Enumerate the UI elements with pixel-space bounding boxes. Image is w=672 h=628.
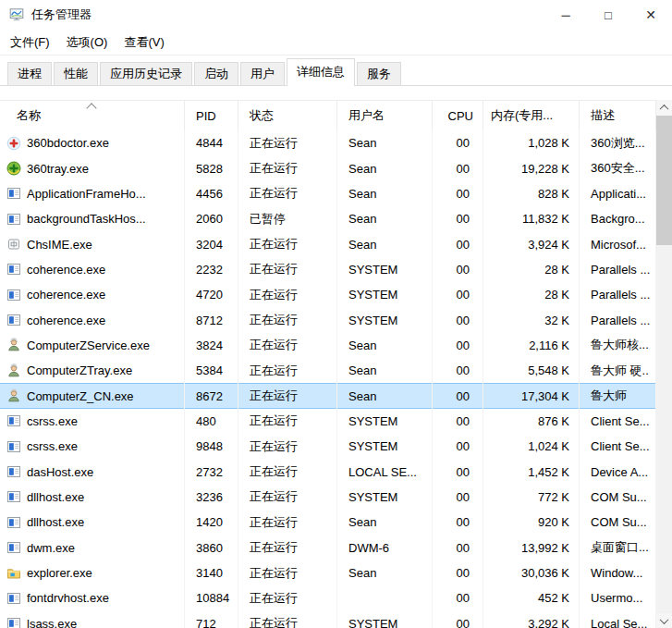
tab-details[interactable]: 详细信息 (287, 58, 355, 86)
process-description: Local Se... (591, 617, 647, 628)
column-header-col-pid[interactable]: PID (185, 101, 238, 130)
column-header-col-memory[interactable]: 内存(专用... (483, 101, 580, 130)
process-user-cell: Sean (337, 383, 433, 408)
column-header-col-name[interactable]: 名称 (0, 101, 185, 130)
process-name: dwm.exe (27, 541, 75, 555)
process-pid-cell: 10884 (185, 585, 238, 610)
table-row[interactable]: fontdrvhost.exe10884正在运行00452 KUsermo... (0, 585, 656, 610)
process-memory-cell: 19,228 K (483, 155, 580, 180)
process-memory-cell: 3,924 K (483, 231, 580, 256)
process-memory: 30,036 K (521, 566, 569, 580)
table-row[interactable]: 360bdoctor.exe4844正在运行Sean001,028 K360浏览… (0, 130, 656, 155)
process-pid: 1420 (196, 515, 223, 529)
process-description: 360浏览... (591, 135, 645, 152)
tab-users[interactable]: 用户 (240, 62, 285, 85)
scroll-up-button[interactable] (656, 100, 672, 116)
process-user: SYSTEM (348, 314, 397, 327)
tab-performance[interactable]: 性能 (54, 62, 98, 85)
table-row[interactable]: ApplicationFrameHo...4456正在运行Sean00828 K… (0, 181, 656, 206)
process-description: Client Se... (591, 439, 650, 453)
table-body: 360bdoctor.exe4844正在运行Sean001,028 K360浏览… (0, 130, 672, 628)
app-window-icon (6, 186, 21, 201)
process-cpu-cell: 00 (433, 231, 483, 256)
table-row[interactable]: coherence.exe4720正在运行SYSTEM0028 KParalle… (0, 282, 656, 307)
close-button[interactable]: ✕ (629, 0, 672, 30)
process-user-cell: Sean (337, 333, 433, 358)
process-name: dllhost.exe (27, 490, 84, 504)
table-row[interactable]: ComputerZ_CN.exe8672正在运行Sean0017,304 K鲁大… (0, 383, 656, 408)
table-row[interactable]: dwm.exe3860正在运行DWM-60013,992 K桌面窗口... (0, 536, 656, 560)
process-description-cell: Microsof... (580, 231, 656, 256)
column-header-col-cpu[interactable]: CPU (433, 101, 483, 130)
process-cpu-cell: 00 (433, 181, 483, 206)
table-row[interactable]: ComputerZService.exe3824正在运行Sean002,116 … (0, 333, 656, 358)
process-user-cell: Sean (337, 181, 433, 206)
process-user-cell: SYSTEM (337, 257, 433, 282)
process-user: Sean (348, 566, 376, 580)
process-memory: 1,024 K (528, 439, 569, 453)
process-name-cell: lsass.exe (0, 611, 185, 628)
table-row[interactable]: coherence.exe2232正在运行SYSTEM0028 KParalle… (0, 257, 656, 282)
process-user-cell: Sean (337, 231, 433, 256)
process-pid-cell: 5384 (185, 358, 238, 383)
process-user-cell: Sean (337, 560, 433, 585)
menu-file[interactable]: 文件(F) (2, 31, 58, 55)
process-cpu-cell: 00 (433, 282, 483, 307)
tab-app-history[interactable]: 应用历史记录 (100, 62, 192, 85)
process-memory-cell: 32 K (483, 307, 580, 332)
process-user: LOCAL SE... (348, 465, 417, 479)
vertical-scrollbar[interactable] (656, 100, 672, 628)
column-header-col-status[interactable]: 状态 (238, 101, 337, 130)
table-row[interactable]: 360tray.exe5828正在运行Sean0019,228 K360安全..… (0, 155, 656, 180)
process-user: Sean (348, 212, 376, 226)
scroll-down-button[interactable] (656, 613, 672, 628)
process-memory-cell: 28 K (483, 282, 580, 307)
tab-services[interactable]: 服务 (357, 62, 401, 85)
minimize-button[interactable]: ─ (544, 0, 587, 30)
process-description-cell: Window... (580, 560, 656, 585)
process-status: 正在运行 (250, 413, 298, 429)
column-header-col-description[interactable]: 描述 (580, 101, 656, 130)
process-cpu-cell: 00 (433, 358, 483, 383)
table-row[interactable]: backgroundTaskHos...2060已暂停Sean0011,832 … (0, 206, 656, 231)
app-window-icon (6, 262, 21, 277)
scrollbar-thumb[interactable] (656, 116, 672, 245)
process-pid: 5828 (196, 162, 223, 176)
process-cpu: 00 (457, 414, 470, 428)
process-name-cell: explorer.exe (0, 560, 185, 585)
menu-view[interactable]: 查看(V) (116, 31, 172, 55)
process-cpu: 00 (457, 314, 470, 327)
process-pid: 3860 (196, 541, 223, 555)
process-status: 正在运行 (250, 236, 298, 252)
process-cpu: 00 (457, 363, 470, 377)
process-name: 360bdoctor.exe (27, 136, 109, 150)
process-user: DWM-6 (348, 541, 389, 555)
process-memory-cell: 28 K (483, 257, 580, 282)
column-header-col-user[interactable]: 用户名 (337, 101, 433, 130)
table-row[interactable]: explorer.exe3140正在运行Sean0030,036 KWindow… (0, 560, 656, 585)
table-row[interactable]: coherence.exe8712正在运行SYSTEM0032 KParalle… (0, 307, 656, 332)
table-row[interactable]: dllhost.exe1420正在运行Sean00920 KCOM Su... (0, 510, 656, 535)
process-pid-cell: 5828 (185, 155, 238, 180)
table-row[interactable]: dasHost.exe2732正在运行LOCAL SE...001,452 KD… (0, 459, 656, 484)
process-description: 360安全... (591, 160, 645, 177)
maximize-button[interactable]: □ (587, 0, 629, 30)
process-status-cell: 正在运行 (238, 181, 337, 206)
menu-options[interactable]: 选项(O) (58, 31, 116, 55)
process-name: lsass.exe (27, 617, 77, 628)
column-label: 状态 (250, 107, 274, 124)
process-user: Sean (348, 238, 376, 252)
table-row[interactable]: dllhost.exe3236正在运行SYSTEM00772 KCOM Su..… (0, 485, 656, 510)
table-row[interactable]: lsass.exe712正在运行SYSTEM003,292 KLocal Se.… (0, 611, 656, 628)
tab-processes[interactable]: 进程 (7, 62, 52, 85)
table-row[interactable]: csrss.exe480正在运行SYSTEM00876 KClient Se..… (0, 409, 656, 434)
process-status: 正在运行 (250, 388, 298, 404)
process-description: Usermo... (591, 591, 642, 605)
table-row[interactable]: ChsIME.exe3204正在运行Sean003,924 KMicrosof.… (0, 231, 656, 256)
window-title: 任务管理器 (31, 6, 92, 23)
table-row[interactable]: ComputerZTray.exe5384正在运行Sean005,548 K鲁大… (0, 358, 656, 383)
process-status-cell: 正在运行 (238, 459, 337, 484)
tab-startup[interactable]: 启动 (194, 62, 238, 85)
table-row[interactable]: csrss.exe9848正在运行SYSTEM001,024 KClient S… (0, 434, 656, 459)
process-pid: 2732 (196, 465, 223, 479)
